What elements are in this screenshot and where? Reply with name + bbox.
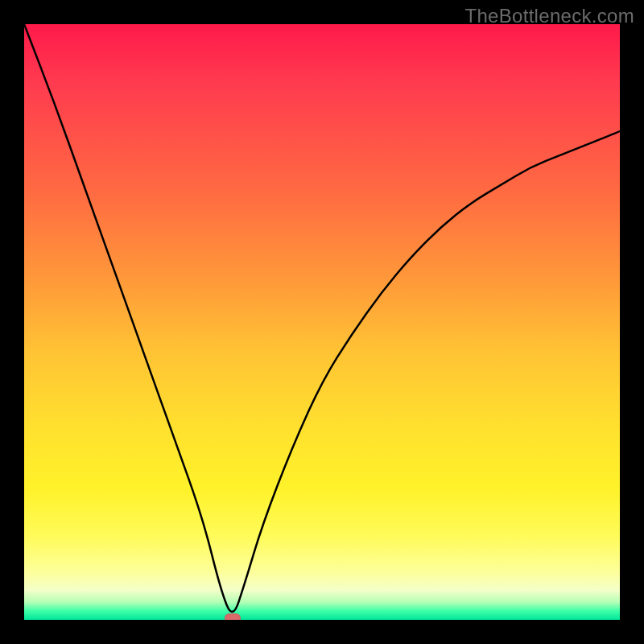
optimal-point-marker <box>225 613 241 620</box>
bottleneck-curve <box>24 24 620 620</box>
chart-root: TheBottleneck.com <box>0 0 644 644</box>
plot-area <box>24 24 620 620</box>
